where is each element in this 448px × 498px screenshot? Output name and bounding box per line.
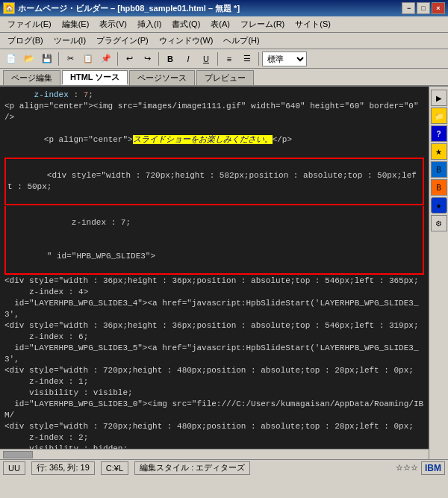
code-line-13: <div style="width : 720px;height : 480px…	[4, 421, 424, 432]
right-sidebar: ▶ 📁 ? ★ B B ● ⚙	[429, 87, 448, 459]
status-brand: IBM	[421, 461, 445, 475]
status-stars: ☆☆☆	[396, 463, 418, 473]
separator-3	[158, 52, 159, 66]
sidebar-star-icon[interactable]: ★	[431, 143, 447, 160]
menu-frame[interactable]: フレーム(R)	[236, 17, 289, 31]
code-line-12: id="LAYERHPB_WPG_SLIDE3_0"><img src="fil…	[4, 399, 424, 421]
code-line-4: z-index : 4>	[4, 287, 424, 298]
toolbar-paste[interactable]: 📌	[98, 51, 114, 67]
tab-bar: ページ編集 HTML ソース ページソース プレビュー	[0, 69, 448, 87]
toolbar-underline[interactable]: U	[198, 51, 214, 67]
menu-file[interactable]: ファイル(E)	[3, 17, 56, 31]
toolbar-align-center[interactable]: ☰	[239, 51, 255, 67]
separator-1	[58, 52, 59, 66]
sidebar-gear-icon[interactable]: ⚙	[431, 215, 447, 231]
horizontal-scrollbar[interactable]	[0, 449, 429, 459]
code-line-6: <div style="width : 36px;height : 36px;p…	[4, 320, 424, 332]
sidebar-circle-icon[interactable]: ●	[431, 197, 447, 214]
code-line-3: <div style="width : 36px;height : 36px;p…	[4, 276, 424, 287]
code-line-2: <p align="center">スライドショーをお楽しみください。</p>	[4, 123, 424, 157]
highlighted-text: スライドショーをお楽しみください。	[133, 135, 273, 144]
separator-4	[217, 52, 218, 66]
tab-page-edit[interactable]: ページ編集	[3, 70, 60, 85]
menu-table[interactable]: 表(A)	[206, 17, 234, 31]
toolbar-bold[interactable]: B	[162, 51, 178, 67]
menu-help[interactable]: ヘルプ(H)	[219, 34, 264, 48]
code-line-9: <div style="width : 720px;height : 480px…	[4, 365, 424, 376]
main-area: z-index : 7; <p align="center"><img src=…	[0, 87, 448, 459]
code-line-red-3: " id="HPB_WPG_SLIDE3">	[4, 240, 424, 275]
menu-blog[interactable]: ブログ(B)	[3, 34, 48, 48]
code-line-8: id="LAYERHPB_WPG_SLIDE3_5"><a href="java…	[4, 343, 424, 365]
editor-wrapper: z-index : 7; <p align="center"><img src=…	[0, 87, 429, 459]
code-line-7: z-index : 6;	[4, 332, 424, 343]
status-bar: UU 行: 365, 列: 19 C:¥L 編集スタイル : エディターズ ☆☆…	[0, 459, 448, 476]
menu-bar-2: ブログ(B) ツール(I) プラグイン(P) ウィンドウ(W) ヘルプ(H)	[0, 33, 448, 49]
menu-bar: ファイル(E) 編集(E) 表示(V) 挿入(I) 書式(Q) 表(A) フレー…	[0, 16, 448, 33]
tab-preview[interactable]: プレビュー	[196, 70, 254, 85]
menu-plugins[interactable]: プラグイン(P)	[92, 34, 153, 48]
menu-insert[interactable]: 挿入(I)	[133, 17, 166, 31]
status-path: C:¥L	[101, 461, 128, 475]
code-line-10: z-index : 1;	[4, 376, 424, 387]
title-buttons: － □ ×	[402, 2, 445, 14]
toolbar-align-left[interactable]: ≡	[221, 51, 237, 67]
window-title: ホームページ・ビルダー – [hpb08_sample01.html – 無題 …	[18, 3, 240, 14]
toolbar-row-1: 📄 📂 💾 ✂ 📋 📌 ↩ ↪ B I U ≡ ☰ 標準	[0, 49, 448, 69]
close-button[interactable]: ×	[432, 2, 445, 14]
sidebar-arrow-icon[interactable]: ▶	[431, 90, 447, 106]
title-bar: 🏠 ホームページ・ビルダー – [hpb08_sample01.html – 無…	[0, 0, 448, 16]
sidebar-help-icon[interactable]: ?	[431, 125, 447, 142]
sidebar-blue-icon[interactable]: B	[431, 161, 447, 178]
separator-5	[258, 52, 259, 66]
code-line-red-2: z-index : 7;	[4, 206, 424, 240]
toolbar-italic[interactable]: I	[180, 51, 196, 67]
status-edit-style: 編集スタイル : エディターズ	[134, 461, 250, 475]
title-bar-left: 🏠 ホームページ・ビルダー – [hpb08_sample01.html – 無…	[3, 2, 240, 14]
toolbar-undo[interactable]: ↩	[121, 51, 137, 67]
code-line-5: id="LAYERHPB_WPG_SLIDE3_4"><a href="java…	[4, 298, 424, 320]
menu-edit[interactable]: 編集(E)	[57, 17, 94, 31]
toolbar-open[interactable]: 📂	[21, 51, 37, 67]
menu-site[interactable]: サイト(S)	[290, 17, 335, 31]
code-editor[interactable]: z-index : 7; <p align="center"><img src=…	[0, 87, 429, 449]
toolbar-copy[interactable]: 📋	[80, 51, 96, 67]
menu-view[interactable]: 表示(V)	[95, 17, 131, 31]
code-line-1: <p align="center"><img src="images/image…	[4, 101, 424, 123]
maximize-button[interactable]: □	[417, 2, 430, 14]
minimize-button[interactable]: －	[402, 2, 415, 14]
status-row-col: 行: 365, 列: 19	[31, 461, 95, 475]
tab-html-source[interactable]: HTML ソース	[62, 70, 128, 85]
code-line-15: visibility : hidden;	[4, 443, 424, 449]
sidebar-folder-icon[interactable]: 📁	[431, 108, 447, 124]
toolbar-save[interactable]: 💾	[39, 51, 55, 67]
tab-page-source[interactable]: ページソース	[129, 70, 195, 85]
toolbar-cut[interactable]: ✂	[62, 51, 78, 67]
sidebar-orange-icon[interactable]: B	[431, 179, 447, 196]
toolbar-redo[interactable]: ↪	[139, 51, 155, 67]
code-line-14: z-index : 2;	[4, 432, 424, 443]
separator-2	[117, 52, 118, 66]
style-dropdown[interactable]: 標準	[262, 52, 307, 66]
menu-window[interactable]: ウィンドウ(W)	[155, 34, 218, 48]
app-icon: 🏠	[3, 2, 15, 14]
code-line-red-1: <div style="width : 720px;height : 582px…	[4, 158, 424, 205]
code-line-11: visibility : visible;	[4, 387, 424, 399]
status-mode: UU	[3, 461, 25, 475]
toolbar-new[interactable]: 📄	[3, 51, 19, 67]
menu-tools[interactable]: ツール(I)	[49, 34, 90, 48]
code-line-top: z-index : 7;	[4, 90, 424, 101]
menu-format[interactable]: 書式(Q)	[167, 17, 205, 31]
